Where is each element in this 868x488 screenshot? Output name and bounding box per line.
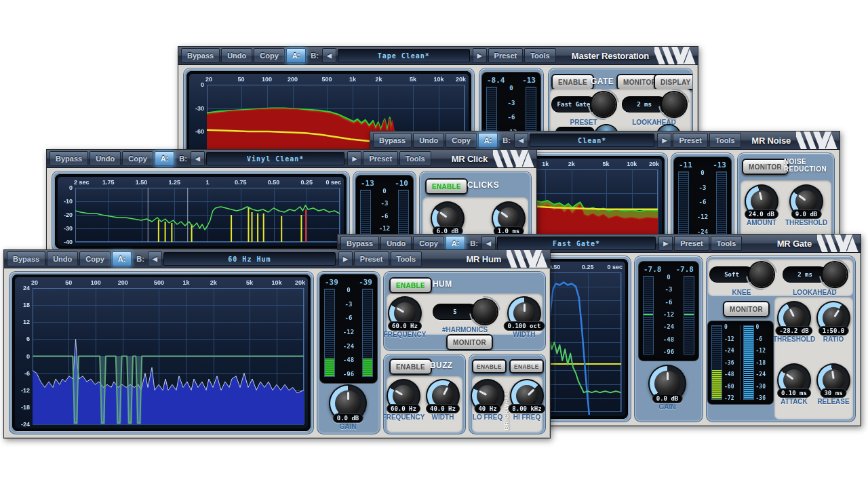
- knee-selector[interactable]: SoftKNEE: [709, 262, 774, 296]
- preset-name-display[interactable]: Fast Gate*: [497, 237, 656, 250]
- prev-preset-button[interactable]: ◀: [322, 48, 336, 63]
- threshold-knob[interactable]: 9.0 dBTHRESHOLD: [791, 186, 822, 217]
- brickwall-lo-enable-button[interactable]: ENABLE: [472, 359, 507, 373]
- hum-enable-button[interactable]: ENABLE: [389, 277, 432, 293]
- bypass-button[interactable]: Bypass: [181, 48, 220, 63]
- copy-button[interactable]: Copy: [79, 251, 111, 266]
- selector-knob[interactable]: [662, 92, 686, 117]
- harmonics-selector[interactable]: 5#HARMONICS: [433, 299, 497, 333]
- hum-frequency-knob[interactable]: 60.0 HzFREQUENCY: [389, 298, 420, 329]
- setup-a-button[interactable]: A:: [286, 48, 307, 63]
- preset-menu-button[interactable]: Preset: [673, 133, 708, 148]
- ratio-knob[interactable]: 1:50.0RATIO: [818, 302, 849, 333]
- bypass-button[interactable]: Bypass: [7, 251, 45, 266]
- meter-scale: 0-6-12-18-24-30-36: [756, 324, 770, 401]
- knob-label: HI FREQ: [513, 413, 541, 421]
- preset-menu-button[interactable]: Preset: [354, 251, 389, 266]
- buzz-enable-button[interactable]: ENABLE: [389, 359, 432, 375]
- copy-button[interactable]: Copy: [254, 48, 285, 63]
- prev-preset-button[interactable]: ◀: [191, 151, 205, 166]
- setup-b-label[interactable]: B:: [134, 251, 146, 266]
- attack-knob[interactable]: 0.10 msATTACK: [778, 365, 810, 396]
- hum-monitor-button[interactable]: MONITOR: [446, 334, 493, 350]
- next-preset-button[interactable]: ▶: [338, 251, 353, 266]
- buzz-frequency-knob[interactable]: 60.0 HzFREQUENCY: [388, 380, 419, 411]
- gate-lookahead-selector[interactable]: 2 msLOOKAHEAD: [622, 92, 686, 126]
- bypass-button[interactable]: Bypass: [373, 133, 412, 148]
- click-shape-knob[interactable]: 1.0 ms: [493, 203, 524, 234]
- selector-knob[interactable]: [749, 262, 774, 287]
- lookahead-selector[interactable]: 2 msLOOKAHEAD: [783, 262, 847, 296]
- copy-button[interactable]: Copy: [413, 236, 444, 251]
- setup-b-label[interactable]: B:: [500, 133, 513, 148]
- tools-menu-button[interactable]: Tools: [709, 133, 741, 148]
- prev-preset-button[interactable]: ◀: [148, 251, 162, 266]
- setup-b-label[interactable]: B:: [177, 151, 189, 166]
- hum-width-knob[interactable]: 0.100 octWIDTH: [509, 298, 540, 329]
- setup-b-label[interactable]: B:: [309, 48, 321, 63]
- preset-name-display[interactable]: Vinyl Clean*: [206, 152, 345, 165]
- knob-value: 1:50.0: [818, 326, 849, 336]
- undo-button[interactable]: Undo: [47, 251, 78, 266]
- prev-preset-button[interactable]: ◀: [514, 133, 528, 148]
- setup-a-button[interactable]: A:: [478, 133, 498, 148]
- click-threshold-knob[interactable]: 6.0 dB: [432, 203, 463, 234]
- preset-name-display[interactable]: Tape Clean*: [338, 49, 470, 62]
- tools-menu-button[interactable]: Tools: [391, 251, 422, 266]
- undo-button[interactable]: Undo: [413, 133, 444, 148]
- setup-a-button[interactable]: A:: [446, 236, 466, 251]
- next-preset-button[interactable]: ▶: [347, 151, 361, 166]
- undo-button[interactable]: Undo: [90, 151, 121, 166]
- meter-bar: [643, 276, 654, 354]
- brickwall-lo-freq-knob[interactable]: 40 HzLO FREQ: [472, 380, 503, 411]
- copy-button[interactable]: Copy: [446, 133, 477, 148]
- copy-button[interactable]: Copy: [122, 151, 153, 166]
- setup-a-button[interactable]: A:: [155, 151, 175, 166]
- bypass-button[interactable]: Bypass: [50, 151, 88, 166]
- window-mr-hum: Bypass Undo Copy A: B: ◀ 60 Hz Hum ▶ Pre…: [3, 249, 551, 439]
- tools-menu-button[interactable]: Tools: [711, 236, 743, 251]
- desktop: Bypass Undo Copy A: B: ◀ Tape Clean* ▶ P…: [0, 0, 868, 488]
- toolbar: Bypass Undo Copy A: B: ◀ Tape Clean* ▶ P…: [178, 47, 698, 65]
- gain-knob[interactable]: 0.0 dBGAIN: [330, 386, 366, 421]
- release-knob[interactable]: 30 msRELEASE: [818, 365, 849, 396]
- buzz-width-knob[interactable]: 40.0 HzWIDTH: [427, 380, 458, 411]
- undo-button[interactable]: Undo: [380, 236, 412, 251]
- selector-knob[interactable]: [473, 300, 497, 324]
- brickwall-hi-enable-button[interactable]: ENABLE: [509, 359, 544, 373]
- monitor-button[interactable]: MONITOR: [742, 159, 789, 175]
- preset-menu-button[interactable]: Preset: [363, 151, 398, 166]
- knob-label: LO FREQ: [473, 413, 502, 421]
- preset-menu-button[interactable]: Preset: [674, 236, 709, 251]
- hum-section-label: HUM: [433, 279, 452, 289]
- selector-knob[interactable]: [823, 262, 847, 287]
- spectrum-display-panel: [9, 272, 313, 434]
- next-preset-button[interactable]: ▶: [657, 133, 671, 148]
- brickwall-hi-freq-knob[interactable]: 8.00 kHzHI FREQ: [511, 380, 542, 411]
- next-preset-button[interactable]: ▶: [658, 236, 673, 251]
- waves-logo-icon: [493, 150, 535, 167]
- setup-b-label[interactable]: B:: [468, 236, 480, 251]
- gate-enable-button[interactable]: ENABLE: [551, 74, 594, 90]
- gain-knob[interactable]: 0.0 dBGAIN: [650, 366, 685, 401]
- next-preset-button[interactable]: ▶: [473, 48, 487, 63]
- gate-preset-selector[interactable]: Fast GatePRESET: [551, 92, 616, 126]
- preset-name-display[interactable]: Clean*: [530, 134, 655, 147]
- selector-knob[interactable]: [591, 92, 616, 117]
- bypass-button[interactable]: Bypass: [340, 236, 379, 251]
- amount-knob[interactable]: 24.0 dBAMOUNT: [746, 186, 777, 217]
- tools-menu-button[interactable]: Tools: [399, 151, 431, 166]
- plugin-body: -39-390-3-6-12-24-48-96 0.0 dBGAIN ENABL…: [4, 268, 550, 438]
- knob-value: 40.0 Hz: [426, 404, 460, 413]
- threshold-knob[interactable]: -28.2 dBTHRESHOLD: [778, 302, 810, 333]
- gate-controls-panel: SoftKNEE 2 msLOOKAHEAD MONITOR -28.2 dBT…: [707, 256, 855, 422]
- tools-menu-button[interactable]: Tools: [524, 48, 556, 63]
- prev-preset-button[interactable]: ◀: [481, 236, 496, 251]
- preset-menu-button[interactable]: Preset: [488, 48, 524, 63]
- preset-name-display[interactable]: 60 Hz Hum: [163, 252, 336, 266]
- monitor-button[interactable]: MONITOR: [723, 301, 770, 317]
- setup-a-button[interactable]: A:: [112, 251, 132, 266]
- undo-button[interactable]: Undo: [221, 48, 252, 63]
- clicks-enable-button[interactable]: ENABLE: [425, 178, 468, 195]
- gate-display-button[interactable]: DISPLAY: [654, 74, 692, 90]
